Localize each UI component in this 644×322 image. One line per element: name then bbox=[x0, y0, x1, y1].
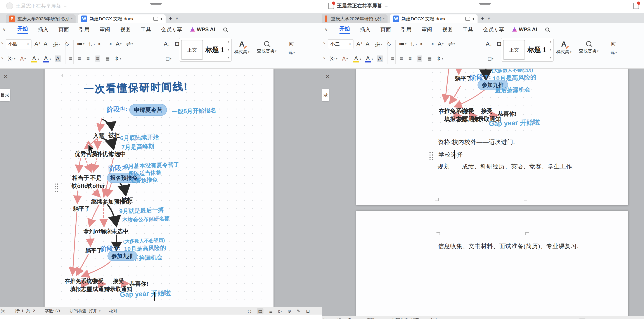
show-marks-button[interactable]: ⊞ bbox=[497, 41, 501, 47]
new-tab-button[interactable]: + bbox=[480, 15, 484, 22]
style-heading-1[interactable]: 标题 1 bbox=[204, 38, 226, 62]
ribbon-collapse-icon[interactable]: ∨ bbox=[2, 27, 6, 32]
align-right-button[interactable]: ≡ bbox=[408, 56, 412, 62]
decrease-indent-button[interactable]: ⇤ bbox=[420, 41, 425, 47]
find-replace-button[interactable]: 查找替换▾ bbox=[257, 41, 276, 54]
increase-font-button[interactable]: A⁺ bbox=[356, 41, 363, 47]
page-view-icon[interactable]: ▤ bbox=[579, 318, 586, 319]
clear-format-button[interactable]: ◇ bbox=[387, 41, 391, 47]
increase-indent-button[interactable]: ⇥ bbox=[429, 41, 434, 47]
search-icon[interactable] bbox=[223, 28, 227, 32]
highlight-color-button[interactable]: A▾ bbox=[353, 56, 361, 62]
toc-sidebar-tab[interactable]: 目录 bbox=[0, 89, 10, 101]
font-size-select[interactable]: 小二 ∨ bbox=[328, 39, 354, 49]
increase-font-button[interactable]: A⁺ bbox=[34, 41, 41, 47]
font-name-collapsed[interactable]: ∨ bbox=[1, 41, 4, 46]
menu-insert[interactable]: 插入 bbox=[360, 26, 370, 33]
bullet-list-button[interactable]: ≔▾ bbox=[399, 41, 406, 47]
text-effect-button[interactable]: A▾ bbox=[116, 41, 122, 47]
align-justify-button[interactable]: ≡ bbox=[95, 56, 100, 62]
menu-view[interactable]: 视图 bbox=[442, 26, 453, 33]
distribute-button[interactable]: ≣ bbox=[427, 56, 432, 62]
wps-ai-button[interactable]: WPS AI bbox=[190, 26, 215, 32]
menu-insert[interactable]: 插入 bbox=[38, 26, 48, 33]
document-page[interactable]: 一次看懂保研时间线! 阶段①: 申请夏令营 一般5月开始报名 入营 被拒 6月底… bbox=[44, 68, 274, 314]
align-justify-button[interactable]: ≡ bbox=[417, 56, 422, 62]
char-shading-button[interactable]: A bbox=[376, 56, 383, 62]
char-shading-button[interactable]: A bbox=[54, 56, 61, 62]
status-spellcheck[interactable]: 拼写检查: 打开 bbox=[70, 308, 97, 314]
edit-mode-icon[interactable]: ✎ bbox=[297, 308, 300, 314]
paragraph-drag-handle[interactable] bbox=[430, 152, 433, 160]
decrease-font-button[interactable]: A⁻ bbox=[366, 41, 372, 47]
banner-menu-icon[interactable]: ≡ bbox=[385, 3, 388, 9]
sort-button[interactable]: A↓ bbox=[486, 41, 492, 47]
superscript-button[interactable]: X²▾ bbox=[330, 56, 338, 62]
style-gallery-scroll[interactable]: ▾ ▾ ▾ bbox=[548, 38, 553, 62]
style-set-button[interactable]: A 样式集▾ bbox=[234, 41, 250, 55]
toc-sidebar-tab[interactable]: 录 bbox=[322, 89, 330, 101]
style-gallery-scroll[interactable]: ▾ ▾ ▾ bbox=[226, 38, 231, 62]
menu-page[interactable]: 页面 bbox=[58, 26, 69, 33]
char-border-button[interactable]: A▾ bbox=[20, 56, 26, 62]
style-heading-1[interactable]: 标题 1 bbox=[526, 38, 548, 62]
new-tab-button[interactable]: + bbox=[169, 15, 172, 22]
read-aloud-icon[interactable]: ▷ bbox=[600, 318, 604, 319]
bold-italic-collapsed[interactable]: ∨ bbox=[1, 56, 4, 60]
tab-presentation[interactable]: P 重庆大学2026年研招-仅供研招宣 • bbox=[6, 14, 76, 23]
numbered-list-button[interactable]: ⒈▾ bbox=[88, 41, 95, 48]
wps-ai-button[interactable]: WPS AI bbox=[512, 26, 537, 32]
show-marks-button[interactable]: ⊞ bbox=[175, 41, 179, 47]
close-sidebar-button[interactable]: × bbox=[4, 72, 8, 80]
select-button[interactable]: ⇱ 选▾ bbox=[288, 41, 295, 56]
fit-page-icon[interactable]: ⊡ bbox=[306, 308, 310, 314]
borders-button[interactable]: □▾ bbox=[488, 56, 494, 62]
search-icon[interactable] bbox=[545, 28, 549, 32]
web-view-icon[interactable]: ⊕ bbox=[610, 318, 613, 319]
doc-line-planning[interactable]: 规划——成绩、科研经历、英语、竞赛、学生工作. bbox=[438, 162, 574, 170]
menu-page[interactable]: 页面 bbox=[380, 26, 391, 33]
style-set-button[interactable]: A 样式集▾ bbox=[556, 41, 572, 55]
text-direction-button[interactable]: ⇄▾ bbox=[126, 41, 133, 47]
menu-reference[interactable]: 引用 bbox=[401, 26, 412, 33]
line-spacing-button[interactable]: ⇕▾ bbox=[114, 56, 121, 62]
tab-presentation[interactable]: 重庆大学2026年研招-仅供研招宣 • bbox=[322, 14, 388, 23]
line-spacing-button[interactable]: ⇕▾ bbox=[436, 56, 443, 62]
page-view-icon[interactable]: ▤ bbox=[257, 308, 264, 314]
align-center-button[interactable]: ≡ bbox=[400, 56, 403, 62]
image-drag-handle[interactable] bbox=[54, 184, 58, 192]
style-body-text[interactable]: 正文 bbox=[181, 40, 203, 60]
menu-review[interactable]: 审阅 bbox=[422, 26, 432, 33]
bullet-list-button[interactable]: ≔▾ bbox=[77, 41, 84, 47]
menu-view[interactable]: 视图 bbox=[120, 26, 131, 33]
eye-protect-icon[interactable]: ◎ bbox=[248, 308, 251, 314]
menu-member[interactable]: 会员专享 bbox=[161, 26, 182, 33]
tab-list-button[interactable]: ∨ bbox=[176, 16, 178, 20]
superscript-button[interactable]: X²▾ bbox=[8, 56, 16, 62]
menu-home[interactable]: 开始 bbox=[18, 25, 28, 34]
comment-icon[interactable] bbox=[465, 17, 470, 21]
banner-menu-icon[interactable]: ≡ bbox=[64, 3, 67, 9]
font-size-select[interactable]: 小四 ∨ bbox=[6, 39, 32, 49]
outline-view-icon[interactable]: ≣ bbox=[269, 308, 273, 314]
tab-close-dot[interactable]: • bbox=[71, 16, 72, 21]
status-word-count[interactable]: 字数: 63 bbox=[45, 308, 60, 314]
doc-line-school[interactable]: 学校选择 bbox=[438, 151, 463, 158]
document-page-2[interactable]: 信息收集、文书材料、面试准备(简历)、专业课复习. bbox=[356, 211, 628, 319]
clear-format-button[interactable]: ◇ bbox=[65, 41, 69, 47]
pinyin-guide-button[interactable]: 拼▾ bbox=[375, 41, 382, 48]
bold-italic-collapsed[interactable]: ∨ bbox=[323, 56, 326, 60]
doc-line-info[interactable]: 信息收集、文书材料、面试准备(简历)、专业课复习. bbox=[438, 242, 579, 250]
align-right-button[interactable]: ≡ bbox=[86, 56, 90, 62]
comment-icon[interactable] bbox=[153, 17, 158, 21]
align-center-button[interactable]: ≡ bbox=[78, 56, 81, 62]
screen-share-icon[interactable] bbox=[633, 2, 639, 9]
minimize-button[interactable] bbox=[479, 2, 491, 4]
tab-list-button[interactable]: ∨ bbox=[488, 16, 490, 20]
find-replace-button[interactable]: 查找替换▾ bbox=[579, 41, 598, 54]
doc-line-qualification[interactable]: 资格:校内校外——迈坎进门. bbox=[438, 138, 515, 146]
document-page-1[interactable]: 躺平了 阶段③: (大多数人不会经历) 10月是高风险的 参加九推 最后捡漏机会… bbox=[356, 68, 628, 205]
menu-home[interactable]: 开始 bbox=[340, 25, 350, 34]
menu-tools[interactable]: 工具 bbox=[141, 26, 151, 33]
close-sidebar-button[interactable]: × bbox=[326, 72, 330, 80]
